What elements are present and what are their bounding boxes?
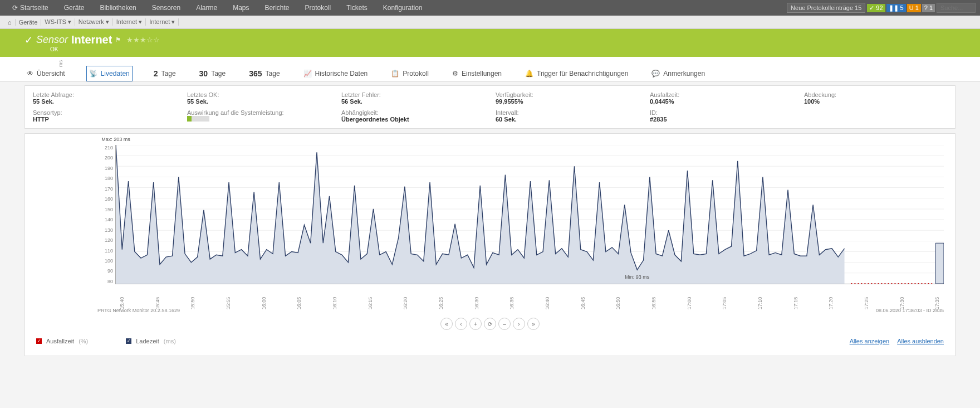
breadcrumb-item[interactable]: ⌂ [4,19,16,26]
tab-icon: 🔔 [525,70,533,77]
star-rating[interactable]: ★★★☆☆ [126,36,160,44]
sensor-name: Internet [71,33,112,46]
chart-ctrl-btn[interactable]: ‹ [455,318,467,330]
status-badge[interactable]: ?1 [922,4,935,12]
info-cell: Ausfallzeit:0,0445% [650,91,793,105]
tab-protokoll[interactable]: 📋Protokoll [389,66,431,81]
legend-checkbox[interactable]: ✓ [126,338,131,344]
tab-historische-daten[interactable]: 📈Historische Daten [301,66,370,81]
status-badge[interactable]: ✓92 [867,4,885,12]
info-cell: Letztes OK:55 Sek. [187,91,330,105]
tab-trigger-für-benachrichtigungen[interactable]: 🔔Trigger für Benachrichtigungen [523,66,630,81]
min-annotation: Min: 93 ms [625,274,649,280]
info-cell: Abhängigkeit:Übergeordnetes Objekt [341,109,484,123]
legend-show_all[interactable]: Alles anzeigen [850,338,890,344]
nav-tickets[interactable]: Tickets [339,0,375,16]
sensor-hero: ✓ Sensor Internet ⚑ ★★★☆☆ OK [0,29,980,57]
log-button[interactable]: Neue Protokolleinträge 15 [787,3,865,13]
breadcrumb: ⌂GeräteWS-ITS ▾Netzwerk ▾Internet ▾Inter… [0,16,980,29]
legend-hide_all[interactable]: Alles ausblenden [897,338,944,344]
chart-footer-left: PRTG Network Monitor 20.2.58.1629 [97,308,180,313]
tab-einstellungen[interactable]: ⚙Einstellungen [450,66,504,81]
check-icon: ✓ [24,34,33,46]
chart-ctrl-btn[interactable]: « [440,318,453,330]
legend-label: Ladezeit [136,338,159,344]
chart-controls: «‹+⟳–›» [36,318,944,330]
plot-area[interactable]: Max: 203 ms Min: 93 ms 15:4015:4515:5015… [115,145,944,284]
chart-panel: ms 2102001901801701601501401301201101009… [24,133,955,356]
nav-sensoren[interactable]: Sensoren [144,0,188,16]
nav-konfiguration[interactable]: Konfiguration [375,0,430,16]
max-annotation: Max: 203 ms [101,137,130,142]
nav-geräte[interactable]: Geräte [56,0,92,16]
info-cell: Letzte Abfrage:55 Sek. [33,91,176,105]
info-cell: Verfügbarkeit:99,9555% [496,91,639,105]
chart-ctrl-btn[interactable]: ⟳ [484,318,496,330]
tab-icon: 💬 [651,70,660,77]
tab-tage[interactable]: 30Tage [197,66,228,81]
nav-bibliotheken[interactable]: Bibliotheken [92,0,144,16]
chart-ctrl-btn[interactable]: + [469,318,482,330]
tab-anmerkungen[interactable]: 💬Anmerkungen [649,66,707,81]
legend-unit: (ms) [164,338,176,344]
nav-berichte[interactable]: Berichte [257,0,297,16]
legend-label: Ausfallzeit [46,338,74,344]
info-cell: Intervall:60 Sek. [496,109,639,123]
tab-tage[interactable]: 365Tage [247,66,282,81]
perf-bar [187,116,209,122]
y-axis-label: ms [58,60,63,67]
svg-rect-15 [935,243,944,284]
breadcrumb-item[interactable]: Internet ▾ [113,18,146,26]
breadcrumb-item[interactable]: Internet ▾ [146,18,179,26]
info-cell: Abdeckung:100% [804,91,947,105]
tab-icon: 📈 [303,70,312,77]
flag-icon[interactable]: ⚑ [115,36,121,43]
nav-alarme[interactable]: Alarme [188,0,225,16]
chart-ctrl-btn[interactable]: – [498,318,511,330]
tab-übersicht[interactable]: 👁Übersicht [24,66,67,81]
chart-ctrl-btn[interactable]: › [513,318,525,330]
sensor-status: OK [50,46,955,52]
status-badge[interactable]: ❚❚5 [886,4,906,12]
tab-livedaten[interactable]: 📡Livedaten [86,66,133,81]
status-badge[interactable]: U1 [907,4,921,12]
top-nav: ⟳StartseiteGeräteBibliothekenSensorenAla… [0,0,980,16]
info-cell: ID:#2835 [650,109,793,123]
breadcrumb-item[interactable]: Geräte [16,19,42,26]
tab-icon: 📋 [391,70,399,77]
tab-icon: 📡 [89,70,97,77]
x-axis: 15:4015:4515:5015:5516:0016:0516:1016:15… [116,300,944,306]
tab-tage[interactable]: 2Tage [151,66,178,81]
chart-ctrl-btn[interactable]: » [527,318,540,330]
chart-footer-right: 08.06.2020 17:36:03 - ID 2835 [876,308,944,313]
legend: ✓Ausfallzeit(%)✓Ladezeit(ms)Alles anzeig… [36,338,944,344]
breadcrumb-item[interactable]: Netzwerk ▾ [75,18,113,26]
tab-bar: 👁Übersicht📡Livedaten2Tage30Tage365Tage📈H… [0,57,980,82]
nav-maps[interactable]: Maps [225,0,257,16]
search-input[interactable] [937,3,976,13]
tab-icon: 👁 [27,70,33,77]
info-cell [804,109,947,123]
info-panel: Letzte Abfrage:55 Sek.Letztes OK:55 Sek.… [24,85,955,129]
breadcrumb-item[interactable]: WS-ITS ▾ [41,18,75,26]
nav-protokoll[interactable]: Protokoll [297,0,339,16]
sensor-prefix: Sensor [36,34,68,46]
legend-unit: (%) [79,338,88,344]
info-cell: Sensortyp:HTTP [33,109,176,123]
legend-checkbox[interactable]: ✓ [36,338,42,344]
info-cell: Auswirkung auf die Systemleistung: [187,109,330,123]
y-axis: 2102001901801701601501401301201101009080 [97,145,115,284]
nav-startseite[interactable]: ⟳Startseite [4,0,56,16]
tab-icon: ⚙ [452,70,458,77]
info-cell: Letzter Fehler:56 Sek. [341,91,484,105]
